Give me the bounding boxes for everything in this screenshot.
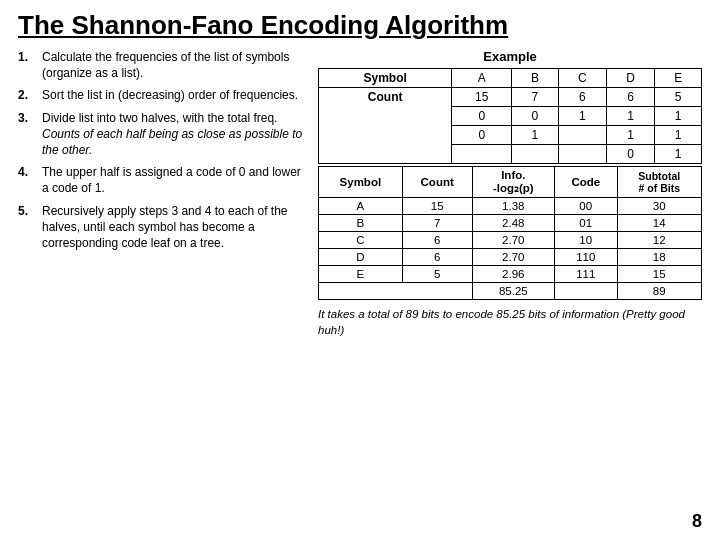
step-5-text: Recursively apply steps 3 and 4 to each … [42, 203, 308, 252]
count-a-3: 0 [452, 126, 512, 145]
main-data-table: Symbol Count Info. -log₂(p) Code Subtota… [318, 166, 702, 300]
count-label-cell: Count [319, 88, 452, 164]
step-4-text: The upper half is assigned a code of 0 a… [42, 164, 308, 196]
count-d-4: 0 [607, 145, 655, 164]
row-subtotal: 15 [617, 266, 701, 283]
row-subtotal: 14 [617, 215, 701, 232]
step-3-text: Divide list into two halves, with the to… [42, 110, 308, 159]
table-row: D 6 2.70 110 18 [319, 249, 702, 266]
count-c-2: 1 [558, 107, 606, 126]
symbol-a: A [452, 69, 512, 88]
main-header-count: Count [402, 167, 472, 198]
step-1-number: 1. [18, 49, 36, 81]
footer-row: 85.25 89 [319, 283, 702, 300]
main-header-subtotal-line1: Subtotal [638, 170, 680, 182]
count-e-3: 1 [655, 126, 702, 145]
row-count: 15 [402, 198, 472, 215]
table-row: E 5 2.96 111 15 [319, 266, 702, 283]
row-subtotal: 12 [617, 232, 701, 249]
count-b-1: 7 [512, 88, 559, 107]
table-row: A 15 1.38 00 30 [319, 198, 702, 215]
footer-sum1: 85.25 [472, 283, 554, 300]
step-5: 5. Recursively apply steps 3 and 4 to ea… [18, 203, 308, 252]
step-2-text: Sort the list in (decreasing) order of f… [42, 87, 308, 103]
count-b-4 [512, 145, 559, 164]
row-subtotal: 18 [617, 249, 701, 266]
table-row: C 6 2.70 10 12 [319, 232, 702, 249]
conclusion-text: It takes a total of 89 bits to encode 85… [318, 306, 702, 338]
row-symbol: E [319, 266, 403, 283]
page-number: 8 [692, 511, 702, 532]
step-2: 2. Sort the list in (decreasing) order o… [18, 87, 308, 103]
main-header-info: Info. -log₂(p) [472, 167, 554, 198]
count-e-4: 1 [655, 145, 702, 164]
footer-sum2: 89 [617, 283, 701, 300]
steps-column: 1. Calculate the frequencies of the list… [18, 49, 308, 338]
row-info: 2.70 [472, 232, 554, 249]
row-symbol: D [319, 249, 403, 266]
main-header-subtotal: Subtotal # of Bits [617, 167, 701, 198]
count-b-2: 0 [512, 107, 559, 126]
count-b-3: 1 [512, 126, 559, 145]
example-column: Example Symbol A B C D E Count 15 7 6 6 … [318, 49, 702, 338]
row-code: 111 [555, 266, 618, 283]
row-count: 6 [402, 232, 472, 249]
main-header-subtotal-line2: # of Bits [639, 182, 680, 194]
step-2-number: 2. [18, 87, 36, 103]
count-d-3: 1 [607, 126, 655, 145]
row-code: 10 [555, 232, 618, 249]
count-c-3 [558, 126, 606, 145]
symbol-header-row: Symbol A B C D E [319, 69, 702, 88]
row-symbol: B [319, 215, 403, 232]
step-4: 4. The upper half is assigned a code of … [18, 164, 308, 196]
example-label: Example [318, 49, 702, 64]
row-code: 110 [555, 249, 618, 266]
table-row: B 7 2.48 01 14 [319, 215, 702, 232]
count-d-1: 6 [607, 88, 655, 107]
main-header-info-line2: -log₂(p) [493, 182, 534, 194]
row-count: 6 [402, 249, 472, 266]
row-info: 2.96 [472, 266, 554, 283]
symbol-d: D [607, 69, 655, 88]
step-3-number: 3. [18, 110, 36, 159]
count-a-2: 0 [452, 107, 512, 126]
symbol-c: C [558, 69, 606, 88]
page-title: The Shannon-Fano Encoding Algorithm [18, 10, 702, 41]
symbol-b: B [512, 69, 559, 88]
row-symbol: C [319, 232, 403, 249]
step-4-number: 4. [18, 164, 36, 196]
step-3: 3. Divide list into two halves, with the… [18, 110, 308, 159]
main-header-info-line1: Info. [501, 169, 525, 181]
row-info: 2.48 [472, 215, 554, 232]
row-info: 2.70 [472, 249, 554, 266]
row-info: 1.38 [472, 198, 554, 215]
row-code: 00 [555, 198, 618, 215]
count-d-2: 1 [607, 107, 655, 126]
count-c-1: 6 [558, 88, 606, 107]
count-e-2: 1 [655, 107, 702, 126]
step-1: 1. Calculate the frequencies of the list… [18, 49, 308, 81]
count-a-1: 15 [452, 88, 512, 107]
row-symbol: A [319, 198, 403, 215]
count-e-1: 5 [655, 88, 702, 107]
row-count: 5 [402, 266, 472, 283]
footer-empty [319, 283, 473, 300]
symbol-e: E [655, 69, 702, 88]
main-table-header-row: Symbol Count Info. -log₂(p) Code Subtota… [319, 167, 702, 198]
count-c-4 [558, 145, 606, 164]
footer-empty2 [555, 283, 618, 300]
count-a-4 [452, 145, 512, 164]
count-row-1: Count 15 7 6 6 5 [319, 88, 702, 107]
step-1-text: Calculate the frequencies of the list of… [42, 49, 308, 81]
step-5-number: 5. [18, 203, 36, 252]
row-subtotal: 30 [617, 198, 701, 215]
row-count: 7 [402, 215, 472, 232]
symbol-label-cell: Symbol [319, 69, 452, 88]
main-header-symbol: Symbol [319, 167, 403, 198]
main-header-code: Code [555, 167, 618, 198]
row-code: 01 [555, 215, 618, 232]
symbol-count-table: Symbol A B C D E Count 15 7 6 6 5 0 0 1 … [318, 68, 702, 164]
